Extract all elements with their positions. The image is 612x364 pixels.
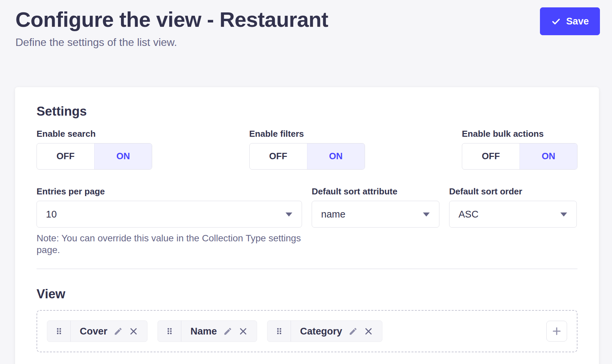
- default-sort-order-value: ASC: [458, 209, 479, 220]
- save-button-label: Save: [566, 16, 589, 27]
- enable-search-toggle: OFF ON: [37, 143, 152, 170]
- drag-handle-icon[interactable]: [47, 321, 71, 342]
- field-chip-category: Category: [267, 320, 382, 342]
- enable-search-off-option[interactable]: OFF: [37, 143, 94, 169]
- default-sort-order-select[interactable]: ASC: [449, 201, 577, 228]
- plus-icon: [551, 326, 562, 337]
- drag-dots-icon: [277, 327, 282, 335]
- close-icon: [239, 327, 248, 336]
- settings-heading: Settings: [37, 104, 577, 119]
- enable-filters-label: Enable filters: [249, 129, 365, 139]
- remove-field-button[interactable]: [364, 327, 373, 336]
- enable-search-label: Enable search: [37, 129, 152, 139]
- chevron-down-icon: [560, 213, 567, 217]
- field-chip-body: Name: [181, 321, 257, 342]
- page-subtitle: Define the settings of the list view.: [15, 36, 328, 49]
- enable-bulk-actions-label: Enable bulk actions: [462, 129, 577, 139]
- view-section: View Cover: [37, 287, 577, 352]
- edit-field-button[interactable]: [349, 327, 358, 336]
- enable-filters-toggle: OFF ON: [249, 143, 365, 170]
- check-icon: [551, 16, 561, 26]
- field-chip-cover: Cover: [47, 320, 147, 342]
- field-chip-name: Name: [158, 320, 257, 342]
- default-sort-attribute-field: Default sort attribute name: [312, 186, 439, 256]
- enable-filters-field: Enable filters OFF ON: [249, 129, 365, 170]
- pencil-icon: [114, 327, 123, 336]
- chevron-down-icon: [423, 213, 430, 217]
- field-chip-label: Name: [190, 326, 217, 337]
- settings-section: Settings Enable search OFF ON Enable fil…: [37, 104, 577, 256]
- field-chip-body: Category: [291, 321, 382, 342]
- chevron-down-icon: [286, 213, 292, 217]
- save-button[interactable]: Save: [540, 7, 600, 35]
- remove-field-button[interactable]: [129, 327, 138, 336]
- remove-field-button[interactable]: [239, 327, 248, 336]
- entries-per-page-field: Entries per page 10 Note: You can overri…: [37, 186, 302, 256]
- enable-search-field: Enable search OFF ON: [37, 129, 152, 170]
- close-icon: [129, 327, 138, 336]
- drag-dots-icon: [56, 327, 62, 335]
- page: Configure the view - Restaurant Define t…: [0, 0, 612, 364]
- entries-per-page-label: Entries per page: [37, 186, 302, 197]
- drag-handle-icon[interactable]: [267, 321, 291, 342]
- select-row: Entries per page 10 Note: You can overri…: [37, 186, 577, 256]
- add-field-button[interactable]: [546, 321, 567, 342]
- close-icon: [364, 327, 373, 336]
- default-sort-order-label: Default sort order: [449, 186, 577, 197]
- field-chip-body: Cover: [71, 321, 147, 342]
- field-layout-dropzone: Cover: [37, 310, 577, 352]
- enable-bulk-actions-toggle: OFF ON: [462, 143, 577, 170]
- page-header: Configure the view - Restaurant Define t…: [0, 0, 612, 49]
- edit-field-button[interactable]: [223, 327, 232, 336]
- toggle-row: Enable search OFF ON Enable filters OFF …: [37, 129, 577, 170]
- default-sort-attribute-select[interactable]: name: [312, 201, 439, 228]
- section-divider: [37, 268, 577, 269]
- entries-per-page-hint: Note: You can override this value in the…: [37, 232, 302, 256]
- configure-view-card: Settings Enable search OFF ON Enable fil…: [15, 87, 599, 364]
- default-sort-attribute-value: name: [321, 209, 346, 220]
- enable-search-on-option[interactable]: ON: [94, 143, 152, 169]
- page-title: Configure the view - Restaurant: [15, 7, 328, 32]
- enable-bulk-actions-on-option[interactable]: ON: [519, 143, 577, 169]
- enable-filters-off-option[interactable]: OFF: [250, 143, 307, 169]
- page-header-text: Configure the view - Restaurant Define t…: [15, 7, 328, 49]
- drag-dots-icon: [167, 327, 172, 335]
- pencil-icon: [349, 327, 358, 336]
- default-sort-attribute-label: Default sort attribute: [312, 186, 439, 197]
- edit-field-button[interactable]: [114, 327, 123, 336]
- entries-per-page-select[interactable]: 10: [37, 201, 302, 228]
- field-chip-label: Category: [300, 326, 342, 337]
- field-chip-label: Cover: [80, 326, 107, 337]
- view-heading: View: [37, 287, 577, 302]
- default-sort-order-field: Default sort order ASC: [449, 186, 577, 256]
- entries-per-page-value: 10: [46, 209, 57, 220]
- drag-handle-icon[interactable]: [158, 321, 181, 342]
- pencil-icon: [223, 327, 232, 336]
- enable-bulk-actions-field: Enable bulk actions OFF ON: [462, 129, 577, 170]
- enable-bulk-actions-off-option[interactable]: OFF: [462, 143, 519, 169]
- enable-filters-on-option[interactable]: ON: [307, 143, 365, 169]
